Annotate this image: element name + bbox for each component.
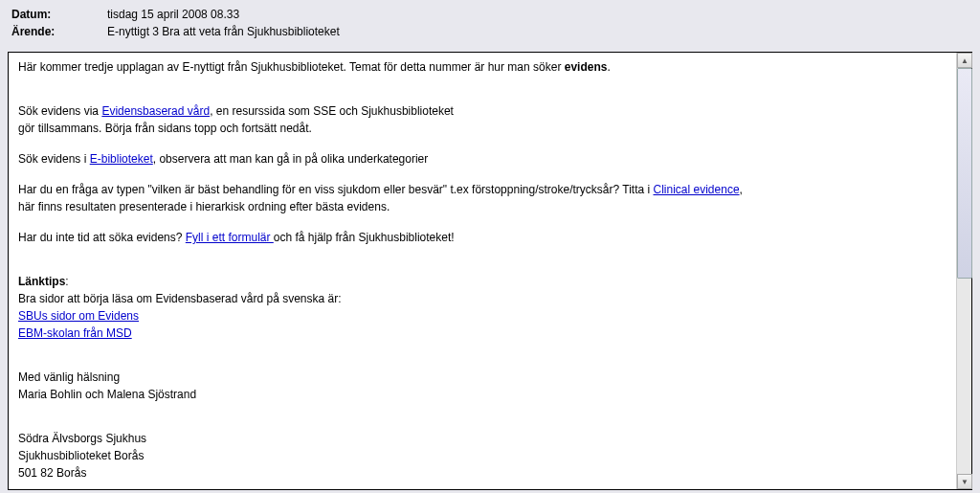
linktips-colon: : — [65, 275, 68, 288]
intro-text-post: . — [607, 60, 610, 74]
link-sbu[interactable]: SBUs sidor om Evidens — [18, 309, 139, 323]
p4-pre: Har du en fråga av typen "vilken är bäst… — [18, 183, 654, 196]
p2-pre: Sök evidens via — [18, 104, 101, 118]
p4-post: , — [740, 183, 743, 196]
link-e-biblioteket[interactable]: E-biblioteket — [90, 152, 153, 166]
address-line1: Södra Älvsborgs Sjukhus — [18, 430, 947, 447]
p5-pre: Har du inte tid att söka evidens? — [18, 231, 186, 244]
vertical-scrollbar[interactable]: ▲ ▼ — [956, 53, 971, 489]
intro-paragraph: Här kommer tredje upplagan av E-nyttigt … — [18, 58, 947, 76]
p4-line2: här finns resultaten presenterade i hier… — [18, 198, 947, 215]
p3-pre: Sök evidens i — [18, 152, 90, 166]
link-evidensbaserad-vard[interactable]: Evidensbaserad vård — [101, 104, 210, 118]
linktips-heading: Länktips: — [18, 273, 947, 290]
arende-value: E-nyttigt 3 Bra att veta från Sjukhusbib… — [107, 25, 340, 38]
signature-greeting: Med vänlig hälsning — [18, 369, 947, 386]
linktips-intro: Bra sidor att börja läsa om Evidensbaser… — [18, 290, 947, 307]
p2-line1: Sök evidens via Evidensbaserad vård, en … — [18, 102, 947, 120]
p5-post: och få hjälp från Sjukhusbiblioteket! — [274, 231, 455, 244]
p2-line2: gör tillsammans. Börja från sidans topp … — [18, 120, 947, 137]
scroll-down-button[interactable]: ▼ — [957, 474, 972, 489]
spacer — [18, 355, 947, 369]
link-ebm[interactable]: EBM-skolan från MSD — [18, 326, 132, 340]
address-line3: 501 82 Borås — [18, 464, 947, 482]
spacer — [18, 259, 947, 273]
spacer — [18, 416, 947, 430]
link-ebm-row: EBM-skolan från MSD — [18, 325, 947, 342]
link-fyll-formular[interactable]: Fyll i ett formulär — [186, 231, 274, 244]
email-body: Här kommer tredje upplagan av E-nyttigt … — [9, 53, 956, 489]
linktips-label: Länktips — [18, 275, 65, 288]
email-body-container: Här kommer tredje upplagan av E-nyttigt … — [8, 52, 972, 490]
signature-names: Maria Bohlin och Malena Sjöstrand — [18, 386, 947, 403]
p3: Sök evidens i E-biblioteket, observera a… — [18, 150, 947, 168]
email-header: Datum: tisdag 15 april 2008 08.33 Ärende… — [0, 0, 980, 52]
scrollbar-thumb[interactable] — [957, 68, 972, 279]
header-row-arende: Ärende: E-nyttigt 3 Bra att veta från Sj… — [11, 25, 969, 38]
p2-post1: , en resurssida som SSE och Sjukhusbibli… — [210, 104, 454, 118]
p5: Har du inte tid att söka evidens? Fyll i… — [18, 229, 947, 246]
arende-label: Ärende: — [11, 25, 107, 38]
spacer — [18, 89, 947, 102]
datum-label: Datum: — [11, 8, 107, 21]
intro-text-pre: Här kommer tredje upplagan av E-nyttigt … — [18, 60, 565, 74]
link-clinical-evidence[interactable]: Clinical evidence — [654, 183, 740, 196]
p4-line1: Har du en fråga av typen "vilken är bäst… — [18, 181, 947, 198]
scroll-up-button[interactable]: ▲ — [957, 53, 972, 68]
p3-post: , observera att man kan gå in på olika u… — [153, 152, 429, 166]
address-line2: Sjukhusbiblioteket Borås — [18, 447, 947, 464]
datum-value: tisdag 15 april 2008 08.33 — [107, 8, 239, 21]
link-sbu-row: SBUs sidor om Evidens — [18, 307, 947, 325]
header-row-datum: Datum: tisdag 15 april 2008 08.33 — [11, 8, 969, 21]
intro-bold-word: evidens — [565, 60, 608, 74]
